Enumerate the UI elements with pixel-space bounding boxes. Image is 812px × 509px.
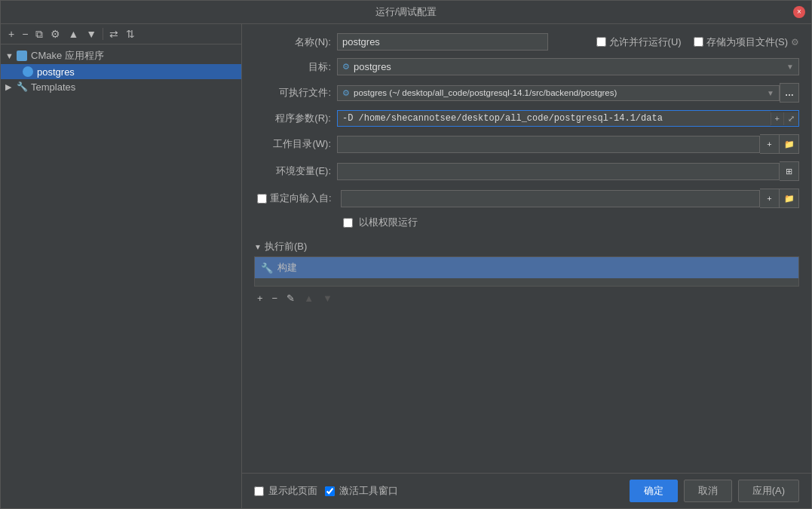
name-input[interactable] xyxy=(337,33,548,51)
workdir-browse-button[interactable]: 📁 xyxy=(780,134,799,154)
close-button[interactable]: × xyxy=(793,6,805,18)
store-project-checkbox[interactable] xyxy=(694,37,703,47)
action-buttons: 确定 取消 应用(A) xyxy=(630,480,799,502)
target-dropdown-icon: ⚙ xyxy=(342,62,350,72)
redirect-input[interactable] xyxy=(341,190,760,207)
cmake-group-icon xyxy=(16,50,28,62)
store-project-option: 存储为项目文件(S) ⚙ xyxy=(694,35,799,49)
before-down-button[interactable]: ▼ xyxy=(320,291,336,305)
show-page-row: 显示此页面 xyxy=(254,484,317,498)
add-config-button[interactable]: + xyxy=(5,27,17,41)
apply-button[interactable]: 应用(A) xyxy=(738,480,799,502)
workdir-row: 工作目录(W): + 📁 xyxy=(254,134,799,154)
run-debug-config-dialog: 运行/调试配置 × + − ⧉ ⚙ ▲ ▼ ⇄ ⇅ ▼ xyxy=(0,0,812,509)
redirect-browse-button[interactable]: 📁 xyxy=(780,189,799,208)
executable-dropdown[interactable]: ⚙ postgres (~/ desktop/all_code/postgres… xyxy=(337,85,780,101)
executable-arrow: ▼ xyxy=(767,89,774,97)
before-section-arrow: ▼ xyxy=(254,243,262,251)
executable-label: 可执行文件: xyxy=(254,86,337,100)
target-field: ⚙ postgres ▼ xyxy=(337,58,799,75)
redirect-checkbox[interactable] xyxy=(257,194,267,204)
target-dropdown[interactable]: ⚙ postgres ▼ xyxy=(337,58,799,75)
env-row: 环境变量(E): ⊞ xyxy=(254,161,799,181)
workdir-buttons: + 📁 xyxy=(760,134,799,154)
workdir-label: 工作目录(W): xyxy=(254,137,337,151)
show-page-label: 显示此页面 xyxy=(268,484,317,498)
before-remove-button[interactable]: − xyxy=(269,291,281,305)
allow-parallel-checkbox[interactable] xyxy=(596,37,606,47)
params-buttons: + ⤢ xyxy=(771,112,798,125)
params-input[interactable] xyxy=(338,111,771,126)
params-expand-button[interactable]: ⤢ xyxy=(783,112,798,125)
params-field: + ⤢ xyxy=(337,110,799,127)
activate-tool-label: 激活工具窗口 xyxy=(339,484,398,498)
before-add-button[interactable]: + xyxy=(254,291,266,305)
templates-arrow: ▶ xyxy=(5,82,16,92)
config-tree: ▼ CMake 应用程序 ▶ postgres ▶ xyxy=(1,44,241,508)
move-to-button[interactable]: ⇄ xyxy=(106,27,121,41)
redirect-row: 重定向输入自: + 📁 xyxy=(254,189,799,208)
env-field: ⊞ xyxy=(337,161,799,181)
before-item-build[interactable]: 🔧 构建 xyxy=(255,257,798,278)
env-expand-button[interactable]: ⊞ xyxy=(780,161,799,181)
sort-button[interactable]: ⇅ xyxy=(123,27,138,41)
before-item-label: 构建 xyxy=(277,261,297,274)
main-content: + − ⧉ ⚙ ▲ ▼ ⇄ ⇅ ▼ CMake 应用程序 xyxy=(1,24,811,508)
tree-item-postgres[interactable]: ▶ postgres xyxy=(1,64,241,79)
templates-label: Templates xyxy=(31,81,75,93)
move-down-button[interactable]: ▼ xyxy=(83,27,100,41)
env-input[interactable] xyxy=(337,163,780,180)
executable-field: ⚙ postgres (~/ desktop/all_code/postgres… xyxy=(337,83,799,103)
redirect-field: + 📁 xyxy=(341,189,799,208)
executable-browse-button[interactable]: … xyxy=(780,83,799,103)
build-icon: 🔧 xyxy=(261,262,273,274)
tree-item-templates[interactable]: ▶ 🔧 Templates xyxy=(1,79,241,94)
tree-item-cmake-group[interactable]: ▼ CMake 应用程序 xyxy=(1,48,241,64)
copy-config-button[interactable]: ⧉ xyxy=(32,27,46,41)
target-label: 目标: xyxy=(254,60,337,74)
root-privilege-checkbox[interactable] xyxy=(343,218,353,228)
store-project-label: 存储为项目文件(S) xyxy=(706,35,788,49)
cancel-button[interactable]: 取消 xyxy=(684,480,732,502)
activate-tool-checkbox[interactable] xyxy=(325,486,335,496)
root-privilege-label: 以根权限运行 xyxy=(359,216,418,229)
target-row: 目标: ⚙ postgres ▼ xyxy=(254,58,799,75)
params-add-button[interactable]: + xyxy=(771,112,783,125)
cmake-group-label: CMake 应用程序 xyxy=(31,49,104,63)
target-dropdown-text: postgres xyxy=(354,61,786,72)
form-area: 名称(N): 允许并行运行(U) 存储为项目文件(S) ⚙ xyxy=(242,24,811,473)
left-panel: + − ⧉ ⚙ ▲ ▼ ⇄ ⇅ ▼ CMake 应用程序 xyxy=(1,24,242,508)
cmake-group-arrow: ▼ xyxy=(5,51,16,60)
dialog-title: 运行/调试配置 xyxy=(375,5,437,19)
before-section-header[interactable]: ▼ 执行前(B) xyxy=(254,235,799,256)
activate-tool-row: 激活工具窗口 xyxy=(325,484,398,498)
postgres-label: postgres xyxy=(37,66,75,78)
redirect-add-button[interactable]: + xyxy=(760,189,780,208)
before-toolbar: + − ✎ ▲ ▼ xyxy=(254,287,799,308)
name-label: 名称(N): xyxy=(254,35,337,49)
workdir-field: + 📁 xyxy=(337,134,799,154)
right-panel: 名称(N): 允许并行运行(U) 存储为项目文件(S) ⚙ xyxy=(242,24,811,508)
params-row: 程序参数(R): + ⤢ xyxy=(254,110,799,127)
workdir-add-button[interactable]: + xyxy=(760,134,780,154)
store-project-gear-icon[interactable]: ⚙ xyxy=(791,37,799,48)
postgres-icon xyxy=(22,66,34,78)
remove-config-button[interactable]: − xyxy=(19,27,31,41)
before-up-button[interactable]: ▲ xyxy=(301,291,317,305)
left-toolbar: + − ⧉ ⚙ ▲ ▼ ⇄ ⇅ xyxy=(1,24,241,44)
before-edit-button[interactable]: ✎ xyxy=(283,291,298,305)
allow-parallel-option: 允许并行运行(U) xyxy=(596,35,682,49)
move-up-button[interactable]: ▲ xyxy=(65,27,81,41)
before-section-label: 执行前(B) xyxy=(265,240,307,253)
root-privilege-row: 以根权限运行 xyxy=(254,216,799,229)
settings-button[interactable]: ⚙ xyxy=(47,27,63,41)
executable-text: postgres (~/ desktop/all_code/postgresql… xyxy=(354,88,617,97)
title-bar: 运行/调试配置 × xyxy=(1,1,811,24)
ok-button[interactable]: 确定 xyxy=(630,480,678,502)
params-label: 程序参数(R): xyxy=(254,112,337,125)
name-row: 名称(N): 允许并行运行(U) 存储为项目文件(S) ⚙ xyxy=(254,33,799,51)
show-page-checkbox[interactable] xyxy=(254,486,264,496)
env-label: 环境变量(E): xyxy=(254,164,337,178)
executable-icon: ⚙ xyxy=(342,88,350,98)
workdir-input[interactable] xyxy=(337,136,760,153)
